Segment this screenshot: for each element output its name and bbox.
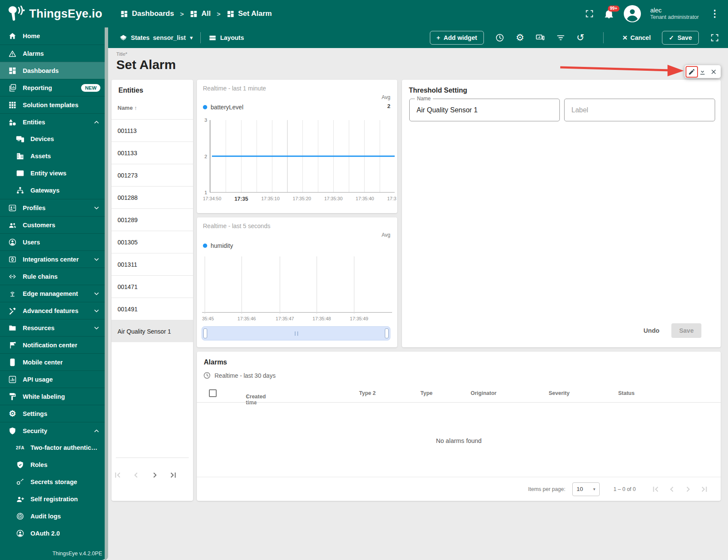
devices-icon xyxy=(15,135,25,143)
sidebar-item-resources[interactable]: Resources xyxy=(0,319,105,336)
time-window-clock-icon[interactable] xyxy=(495,33,504,42)
notifications-bell-icon[interactable]: 99+ xyxy=(604,9,614,19)
breadcrumb-set-alarm[interactable]: Set Alarm xyxy=(227,9,272,18)
sidebar-item-api-usage[interactable]: API usage xyxy=(0,370,105,388)
entity-row[interactable]: 001289 xyxy=(112,208,193,231)
avatar[interactable] xyxy=(624,5,641,22)
dashboard-settings-gear-icon[interactable]: ⚙ xyxy=(516,33,524,42)
first-page-icon[interactable] xyxy=(112,470,123,480)
name-input[interactable] xyxy=(410,99,559,121)
items-per-page-select[interactable]: 10 ▾ xyxy=(572,482,600,496)
sidebar-item-self-registration[interactable]: Self registration xyxy=(0,491,105,508)
first-page-icon[interactable] xyxy=(650,484,661,494)
sidebar-item-notification-center[interactable]: Notification center xyxy=(0,336,105,353)
x-axis: 17:34:50 17:35 17:35:10 17:35:20 17:35:3… xyxy=(203,196,396,202)
column-header-type[interactable]: Type xyxy=(420,390,432,396)
sidebar-item-entity-views[interactable]: Entity views xyxy=(0,165,105,182)
entity-row[interactable]: 001133 xyxy=(112,142,193,164)
sidebar-item-edge-management[interactable]: Edge management xyxy=(0,285,105,302)
column-header-status[interactable]: Status xyxy=(618,390,634,396)
time-range-scrollbar[interactable] xyxy=(202,326,390,340)
sidebar-item-entities[interactable]: Entities xyxy=(0,113,105,130)
entity-row[interactable]: 001471 xyxy=(112,275,193,298)
dashboard-title-input[interactable]: Set Alarm xyxy=(116,57,176,72)
label-input[interactable] xyxy=(565,99,715,121)
breadcrumb-dashboards[interactable]: Dashboards xyxy=(120,9,174,18)
sidebar-item-reporting[interactable]: Reporting NEW xyxy=(0,79,105,96)
sidebar-item-security[interactable]: Security xyxy=(0,422,105,439)
sidebar-item-gateways[interactable]: Gateways xyxy=(0,182,105,199)
select-all-checkbox[interactable] xyxy=(209,389,217,397)
sidebar-item-settings[interactable]: ⚙ Settings xyxy=(0,405,105,422)
sidebar-item-users[interactable]: Users xyxy=(0,233,105,250)
column-header-severity[interactable]: Severity xyxy=(549,390,570,396)
sidebar-item-customers[interactable]: Customers xyxy=(0,216,105,233)
fullscreen-icon[interactable] xyxy=(710,33,719,42)
close-widget-icon[interactable] xyxy=(710,68,717,75)
filters-icon[interactable] xyxy=(556,33,565,42)
states-selector[interactable]: States sensor_list ▾ xyxy=(119,34,193,42)
entity-row[interactable]: 001491 xyxy=(112,298,193,320)
entity-row-selected[interactable]: Air Quality Sensor 1 xyxy=(112,320,193,342)
no-alarms-text: No alarms found xyxy=(197,437,721,444)
next-page-icon[interactable] xyxy=(683,484,693,494)
user-info[interactable]: alec Tenant administrator xyxy=(650,6,699,21)
entity-row[interactable]: 001113 xyxy=(112,119,193,142)
sidebar-item-alarms[interactable]: Alarms xyxy=(0,45,105,62)
previous-page-icon[interactable] xyxy=(131,470,141,480)
sidebar-item-profiles[interactable]: Profiles xyxy=(0,199,105,216)
add-widget-button[interactable]: + Add widget xyxy=(430,31,484,45)
previous-page-icon[interactable] xyxy=(667,484,677,494)
brand[interactable]: ThingsEye.io xyxy=(4,4,102,24)
entity-aliases-icon[interactable] xyxy=(535,33,545,42)
dashboards-icon xyxy=(190,10,198,18)
threshold-save-button[interactable]: Save xyxy=(671,323,701,338)
sidebar-item-solution-templates[interactable]: Solution templates xyxy=(0,96,105,113)
download-widget-icon[interactable] xyxy=(699,68,706,75)
sidebar-item-oauth[interactable]: OAuth 2.0 xyxy=(0,525,105,542)
sidebar-item-rule-chains[interactable]: Rule chains xyxy=(0,268,105,285)
legend-item[interactable]: batteryLevel xyxy=(203,104,243,111)
sidebar-item-white-labeling[interactable]: White labeling xyxy=(0,388,105,405)
undo-button[interactable]: Undo xyxy=(643,327,659,334)
save-button[interactable]: ✓ Save xyxy=(662,31,699,45)
legend-item[interactable]: humidity xyxy=(203,242,233,249)
sidebar-item-two-factor-authentication[interactable]: 2FA Two-factor authenticati… xyxy=(0,439,105,456)
sidebar-item-mobile-center[interactable]: Mobile center xyxy=(0,353,105,370)
next-page-icon[interactable] xyxy=(150,470,160,480)
entities-name-column-header[interactable]: Name ↑ xyxy=(118,105,137,111)
entity-row[interactable]: 001273 xyxy=(112,164,193,186)
alarms-paginator: Items per page: 10 ▾ 1 – 0 of 0 xyxy=(197,477,721,501)
sidebar-scrollbar[interactable] xyxy=(105,27,108,560)
last-page-icon[interactable] xyxy=(168,470,178,480)
sidebar-item-integrations-center[interactable]: Integrations center xyxy=(0,250,105,268)
alarms-timewindow-label[interactable]: Realtime - last 30 days xyxy=(214,372,275,379)
entity-row[interactable]: 001288 xyxy=(112,186,193,208)
sidebar-item-audit-logs[interactable]: Audit logs xyxy=(0,508,105,525)
sidebar-item-assets[interactable]: Assets xyxy=(0,148,105,165)
sidebar-item-home[interactable]: Home xyxy=(0,27,105,45)
antenna-icon xyxy=(8,289,17,298)
chevron-down-icon xyxy=(93,256,100,263)
sidebar-item-devices[interactable]: Devices xyxy=(0,130,105,148)
key-icon xyxy=(15,478,25,486)
breadcrumb-all[interactable]: All xyxy=(190,9,211,18)
sidebar-item-advanced-features[interactable]: Advanced features xyxy=(0,302,105,319)
series-color-dot xyxy=(203,105,207,109)
entity-row[interactable]: 001311 xyxy=(112,253,193,275)
version-history-icon[interactable]: ↺ xyxy=(577,33,584,42)
cancel-button[interactable]: × Cancel xyxy=(622,33,651,42)
column-header-type2[interactable]: Type 2 xyxy=(359,390,376,396)
sidebar-item-roles[interactable]: Roles xyxy=(0,456,105,473)
fullscreen-icon[interactable] xyxy=(585,9,594,18)
sidebar-item-secrets-storage[interactable]: Secrets storage xyxy=(0,473,105,491)
layouts-button[interactable]: Layouts xyxy=(208,34,244,42)
range-handle-right[interactable] xyxy=(385,328,389,338)
more-vertical-icon[interactable]: ⋮ xyxy=(708,8,721,19)
edit-widget-pencil-icon[interactable] xyxy=(688,68,695,75)
column-header-originator[interactable]: Originator xyxy=(471,390,496,396)
entity-row[interactable]: 001305 xyxy=(112,231,193,253)
last-page-icon[interactable] xyxy=(699,484,710,494)
range-handle-left[interactable] xyxy=(203,328,207,338)
sidebar-item-dashboards[interactable]: Dashboards xyxy=(0,62,105,79)
